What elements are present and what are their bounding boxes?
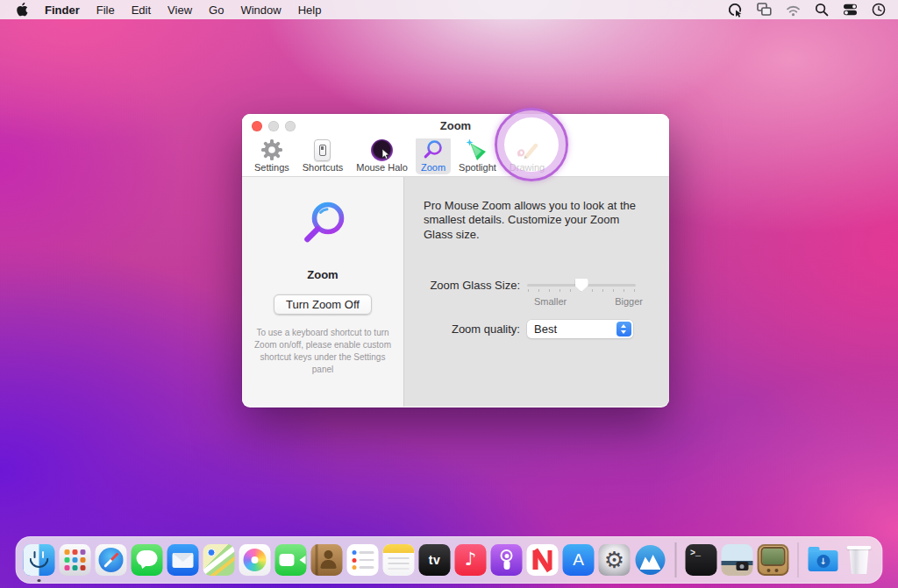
zoom-magnifier-small-icon [422, 138, 444, 161]
dock-item-terminal[interactable] [685, 544, 716, 576]
turn-zoom-off-button[interactable]: Turn Zoom Off [274, 294, 372, 315]
wifi-icon[interactable] [786, 4, 801, 17]
dock-item-screenshot[interactable] [721, 544, 752, 576]
window-sidebar: Zoom Turn Zoom Off To use a keyboard sho… [242, 177, 404, 407]
close-button[interactable] [252, 121, 262, 131]
appletv-icon [419, 544, 451, 576]
facetime-icon [275, 544, 307, 576]
minimize-button[interactable] [268, 121, 279, 131]
zoom-quality-label: Zoom quality: [424, 322, 527, 336]
dock-item-news[interactable] [527, 544, 559, 576]
glass-size-row: Zoom Glass Size: [424, 278, 652, 293]
menu-go[interactable]: Go [209, 4, 224, 17]
dock-item-appstore[interactable] [563, 544, 595, 576]
dock-item-trash[interactable] [844, 544, 875, 576]
dock-item-downloads[interactable] [808, 544, 839, 576]
launchpad-icon [60, 544, 91, 576]
toolbar-settings-label: Settings [254, 162, 289, 173]
menu-bar-status [728, 3, 886, 18]
quality-row: Zoom quality: Best [424, 320, 652, 338]
window-body: Zoom Turn Zoom Off To use a keyboard sho… [242, 177, 669, 407]
menu-file[interactable]: File [96, 4, 115, 17]
menu-window[interactable]: Window [240, 4, 281, 17]
dock-item-safari[interactable] [96, 544, 127, 576]
traffic-lights [252, 121, 296, 131]
feature-description: Pro Mouse Zoom allows you to look at the… [424, 199, 645, 242]
toolbar-zoom[interactable]: Zoom [416, 136, 451, 174]
menu-edit[interactable]: Edit [132, 4, 151, 17]
toolbar-mouse-halo[interactable]: Mouse Halo [351, 136, 413, 174]
safari-icon [96, 544, 127, 576]
desktop-wallpaper: Finder File Edit View Go Window Help [0, 0, 898, 588]
downloads-icon [808, 544, 839, 576]
toolbar-zoom-label: Zoom [421, 162, 445, 173]
zoom-quality-select[interactable]: Best [527, 320, 633, 338]
dock-item-messages[interactable] [132, 544, 163, 576]
dock-item-launchpad[interactable] [60, 544, 91, 576]
glass-size-slider[interactable] [527, 278, 636, 293]
window-toolbar: Settings Shortcuts Mouse Halo [242, 138, 669, 177]
maps-icon [203, 544, 235, 576]
dock-item-retrotv[interactable] [757, 544, 788, 576]
trash-icon [844, 544, 875, 576]
dock-item-finder[interactable] [24, 544, 55, 576]
photos-icon [239, 544, 271, 576]
notes-icon [383, 544, 415, 576]
spotlight-search-icon[interactable] [815, 3, 829, 17]
news-icon [527, 544, 559, 576]
retrotv-icon [757, 544, 788, 576]
screen-mirroring-icon[interactable] [757, 3, 772, 17]
dock-item-reminders[interactable] [347, 544, 379, 576]
dock-item-maps[interactable] [203, 544, 235, 576]
shortcut-hint: To use a keyboard shortcut to turn Zoom … [252, 327, 394, 376]
dock-item-mountain[interactable] [635, 544, 666, 576]
toolbar-spotlight-label: Spotlight [459, 162, 496, 173]
dock-item-podcasts[interactable] [491, 544, 523, 576]
dock-item-music[interactable] [455, 544, 487, 576]
dock-item-facetime[interactable] [275, 544, 307, 576]
dropdown-stepper-icon [616, 322, 631, 337]
toolbar-shortcuts[interactable]: Shortcuts [297, 136, 348, 174]
menu-finder[interactable]: Finder [45, 4, 80, 17]
maximize-button[interactable] [285, 121, 296, 131]
mouse-halo-icon [371, 138, 393, 161]
dock-divider [675, 542, 677, 577]
dock-divider [797, 542, 799, 577]
spotlight-beam-icon [466, 138, 488, 161]
dock [16, 536, 883, 584]
toolbar-settings[interactable]: Settings [249, 136, 295, 174]
pro-mouse-window: Zoom Settings Shortcuts [242, 114, 669, 407]
menu-bar: Finder File Edit View Go Window Help [0, 0, 898, 19]
pro-mouse-status-icon[interactable] [728, 3, 743, 18]
slider-max-label: Bigger [615, 296, 643, 307]
slider-min-label: Smaller [534, 296, 567, 307]
apple-menu-icon[interactable] [16, 3, 28, 17]
menu-help[interactable]: Help [298, 4, 322, 17]
reminders-icon [347, 544, 379, 576]
screenshot-icon [721, 544, 752, 576]
mountain-icon [635, 544, 666, 576]
shortcuts-switch-icon [314, 138, 331, 161]
selected-quality-value: Best [534, 320, 557, 338]
toolbar-mouse-halo-label: Mouse Halo [356, 162, 408, 173]
sysprefs-icon [599, 544, 631, 576]
glass-size-label: Zoom Glass Size: [424, 279, 527, 292]
settings-gear-icon [260, 138, 283, 161]
podcasts-icon [491, 544, 523, 576]
running-indicator [38, 579, 41, 583]
dock-item-contacts[interactable] [311, 544, 343, 576]
finder-icon [24, 544, 55, 576]
dock-item-mail[interactable] [167, 544, 199, 576]
dock-item-photos[interactable] [239, 544, 271, 576]
terminal-icon [685, 544, 716, 576]
mail-icon [167, 544, 199, 576]
dock-item-notes[interactable] [383, 544, 415, 576]
window-titlebar[interactable]: Zoom [242, 114, 669, 138]
dock-item-appletv[interactable] [419, 544, 451, 576]
menu-view[interactable]: View [167, 4, 192, 17]
clock-icon[interactable] [872, 3, 886, 17]
contacts-icon [311, 544, 343, 576]
dock-item-sysprefs[interactable] [599, 544, 631, 576]
music-icon [455, 544, 487, 576]
control-center-icon[interactable] [843, 3, 858, 17]
